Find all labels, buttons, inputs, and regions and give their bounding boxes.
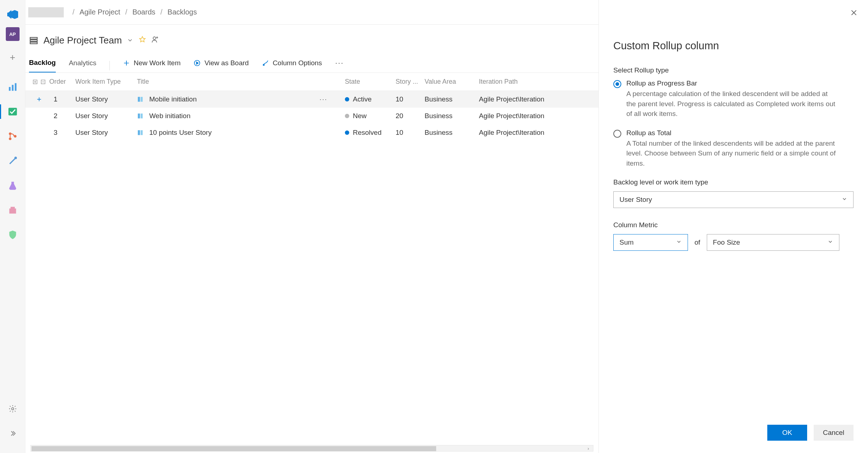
expand-all-icon[interactable] [32, 79, 38, 85]
breadcrumb: / Agile Project / Boards / Backlogs [25, 0, 598, 25]
metric-field-value: Foo Size [713, 238, 740, 246]
table-row[interactable]: 3 User Story 10 points User Story Resolv… [25, 124, 598, 141]
svg-point-7 [14, 157, 17, 159]
azure-devops-logo-icon[interactable] [7, 4, 18, 27]
svg-point-5 [9, 138, 11, 140]
svg-rect-24 [141, 130, 143, 135]
user-story-icon [137, 96, 145, 103]
col-state[interactable]: State [345, 78, 396, 86]
collapse-all-icon[interactable] [40, 79, 46, 85]
tab-backlog[interactable]: Backlog [29, 59, 56, 73]
svg-rect-1 [12, 85, 13, 91]
nav-artifacts-icon[interactable] [0, 198, 25, 223]
row-area: Business [425, 129, 479, 137]
row-more-icon[interactable]: ··· [320, 95, 327, 103]
row-order: 3 [49, 129, 75, 137]
scroll-right-icon[interactable]: › [585, 445, 592, 451]
view-as-board-button[interactable]: View as Board [193, 59, 249, 72]
chevron-down-icon [827, 238, 833, 246]
svg-rect-21 [138, 113, 140, 118]
breadcrumb-boards[interactable]: Boards [132, 8, 155, 16]
nav-overview-icon[interactable] [0, 75, 25, 99]
row-title[interactable]: Web initiation [149, 112, 191, 120]
nav-security-icon[interactable] [0, 223, 25, 247]
chevron-down-icon [676, 238, 682, 246]
org-name-redacted [28, 7, 64, 17]
row-type: User Story [75, 95, 137, 103]
row-iteration: Agile Project\Iteration [479, 95, 598, 103]
svg-rect-20 [141, 97, 143, 101]
radio-total[interactable] [613, 130, 621, 138]
horizontal-scrollbar[interactable]: › [30, 445, 593, 452]
team-members-icon[interactable] [151, 35, 159, 46]
radio-total-desc: A Total number of the linked descendents… [626, 138, 836, 169]
scrollbar-thumb[interactable] [32, 446, 436, 451]
radio-progress-label: Rollup as Progress Bar [626, 79, 836, 87]
settings-icon[interactable] [0, 396, 25, 421]
row-iteration: Agile Project\Iteration [479, 129, 598, 137]
svg-rect-23 [138, 130, 140, 135]
radio-progress-bar[interactable] [613, 80, 621, 88]
breadcrumb-separator: / [67, 8, 80, 16]
radio-total-label: Rollup as Total [626, 129, 836, 137]
svg-rect-0 [9, 87, 11, 91]
backlog-level-dropdown[interactable]: User Story [613, 191, 854, 208]
view-as-board-label: View as Board [204, 59, 249, 67]
table-row[interactable]: 2 User Story Web initiation New 20 Busin… [25, 108, 598, 124]
svg-rect-13 [30, 42, 37, 43]
col-type[interactable]: Work Item Type [75, 78, 137, 86]
col-area[interactable]: Value Area [425, 78, 479, 86]
favorite-star-icon[interactable] [138, 35, 146, 46]
nav-pipelines-icon[interactable] [0, 149, 25, 173]
row-area: Business [425, 95, 479, 103]
expand-nav-icon[interactable] [0, 421, 25, 446]
nav-repos-icon[interactable] [0, 124, 25, 149]
new-work-item-label: New Work Item [134, 59, 181, 67]
column-metric-label: Column Metric [613, 221, 854, 229]
metric-field-dropdown[interactable]: Foo Size [707, 234, 839, 251]
cancel-button[interactable]: Cancel [814, 425, 854, 441]
svg-rect-19 [138, 97, 140, 101]
row-area: Business [425, 112, 479, 120]
row-state: Active [345, 95, 396, 103]
row-title[interactable]: 10 points User Story [149, 129, 212, 137]
breadcrumb-separator: / [155, 8, 168, 16]
svg-rect-12 [30, 40, 37, 41]
row-title[interactable]: Mobile initiation [149, 95, 197, 103]
nav-testplans-icon[interactable] [0, 173, 25, 198]
grid-header: Order Work Item Type Title State Story .… [25, 73, 598, 91]
column-options-label: Column Options [273, 59, 322, 67]
of-label: of [694, 238, 700, 246]
close-panel-icon[interactable] [850, 9, 858, 19]
tab-analytics[interactable]: Analytics [69, 59, 96, 72]
row-order: 1 [49, 95, 75, 103]
metric-aggregate-value: Sum [619, 238, 634, 246]
row-points: 10 [396, 129, 425, 137]
col-points[interactable]: Story ... [396, 78, 425, 86]
radio-progress-desc: A percentage calculation of the linked d… [626, 89, 836, 119]
add-icon[interactable]: + [10, 48, 15, 75]
breadcrumb-backlogs[interactable]: Backlogs [167, 8, 197, 16]
breadcrumb-project[interactable]: Agile Project [80, 8, 120, 16]
nav-boards-icon[interactable] [0, 99, 25, 124]
row-state: New [345, 112, 396, 120]
user-story-icon [137, 129, 145, 136]
column-options-button[interactable]: Column Options [262, 59, 322, 72]
row-points: 20 [396, 112, 425, 120]
user-story-icon [137, 112, 145, 120]
team-picker-chevron-icon[interactable] [127, 35, 133, 46]
metric-aggregate-dropdown[interactable]: Sum [613, 234, 688, 251]
col-iteration[interactable]: Iteration Path [479, 78, 598, 86]
custom-rollup-panel: Custom Rollup column Select Rollup type … [598, 0, 868, 453]
project-avatar[interactable]: AP [6, 27, 20, 41]
new-work-item-button[interactable]: New Work Item [123, 59, 181, 72]
row-type: User Story [75, 129, 137, 137]
col-order[interactable]: Order [49, 78, 75, 86]
ok-button[interactable]: OK [767, 425, 807, 441]
row-type: User Story [75, 112, 137, 120]
table-row[interactable]: 1 User Story Mobile initiation ··· Activ… [25, 91, 598, 108]
col-title[interactable]: Title [137, 78, 320, 86]
toolbar-more-icon[interactable]: ··· [335, 58, 344, 73]
svg-rect-22 [141, 113, 143, 118]
row-order: 2 [49, 112, 75, 120]
